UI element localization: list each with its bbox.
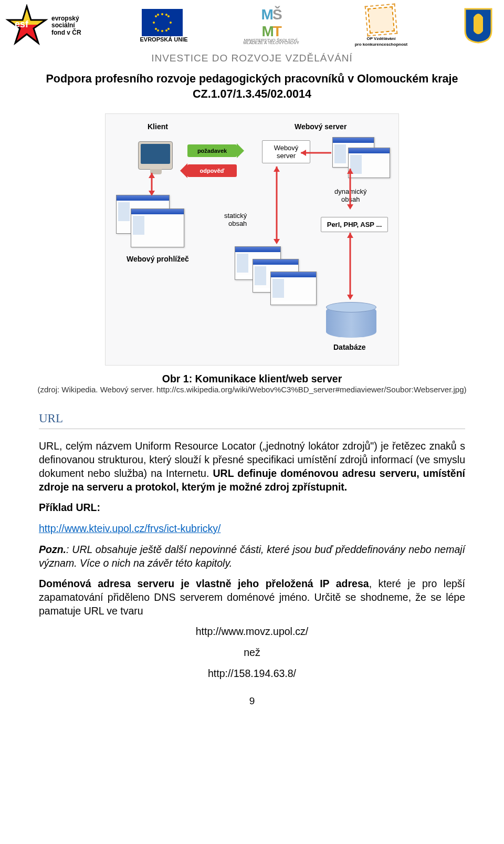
label-webovy-prohlizec: Webový prohlížeč <box>127 255 189 263</box>
paragraph-note: Pozn.: URL obsahuje ještě další nepovinn… <box>39 543 465 570</box>
svg-point-6 <box>153 22 155 24</box>
figure-caption: Obr 1: Komunikace klient/web server (zdr… <box>0 373 504 394</box>
esf-label: evropský sociální fond v ČR <box>51 15 81 36</box>
msmt-line2: MLÁDEŽE A TĚLOVÝCHOVY <box>243 40 299 45</box>
project-title-l1: Podpora profesního rozvoje pedagogických… <box>37 71 467 87</box>
esf-logo: esf evropský sociální fond v ČR <box>5 4 81 47</box>
svg-marker-29 <box>347 295 353 300</box>
content-area: URL URL, celým názvem Uniform Resource L… <box>0 395 504 681</box>
arrow-down-icon <box>347 233 353 301</box>
paragraph-domain-address: Doménová adresa serveru je vlastně jeho … <box>39 577 465 618</box>
label-staticky-obsah: statický obsah <box>224 212 247 227</box>
example-url-link[interactable]: http://www.kteiv.upol.cz/frvs/ict-kubric… <box>39 523 220 534</box>
caption-text: Komunikace klient/web server <box>195 373 342 384</box>
heading-url: URL <box>39 411 465 426</box>
client-server-diagram: Klient Webový server požadavek odpověď W… <box>105 113 399 366</box>
esf-line2: sociální <box>51 22 81 29</box>
msmt-logo: MŠMT MINISTERSTVO ŠKOLSTVÍ, MLÁDEŽE A TĚ… <box>243 6 299 45</box>
page-number: 9 <box>0 695 504 707</box>
diagram-label-webovy-server: Webový server <box>295 122 346 131</box>
svg-marker-20 <box>347 204 353 210</box>
svg-point-12 <box>165 14 167 16</box>
note-body: : URL obsahuje ještě další nepovinné čás… <box>39 544 465 569</box>
arrow-odpoved: odpověď <box>187 164 237 177</box>
browser-window-icon <box>131 209 184 247</box>
paragraph-example-label: Příklad URL: <box>39 501 465 515</box>
svg-point-9 <box>167 15 170 17</box>
svg-marker-26 <box>149 191 155 196</box>
svg-point-13 <box>157 14 159 16</box>
arrow-pozadavek-label: požadavek <box>197 148 227 154</box>
svg-marker-25 <box>149 173 155 178</box>
svg-marker-19 <box>347 169 353 174</box>
svg-point-15 <box>157 29 159 32</box>
svg-point-14 <box>165 29 167 32</box>
svg-text:esf: esf <box>15 19 29 29</box>
svg-point-11 <box>167 28 170 30</box>
file-window-icon <box>270 272 317 305</box>
project-title: Podpora profesního rozvoje pedagogických… <box>37 71 467 102</box>
svg-point-7 <box>170 22 172 24</box>
eu-logo: EVROPSKÁ UNIE <box>136 9 187 43</box>
arrow-odpoved-label: odpověď <box>200 168 224 174</box>
box-perl-php-asp: Perl, PHP, ASP ... <box>321 217 388 232</box>
opvk-line1: OP Vzdělávání <box>366 36 395 41</box>
esf-star-icon: esf <box>5 4 48 47</box>
caption-source: (zdroj: Wikipedia. Webový server. http:/… <box>0 385 504 394</box>
eu-label: EVROPSKÁ UNIE <box>140 36 187 43</box>
svg-marker-22 <box>274 166 280 172</box>
shield-icon <box>463 8 494 44</box>
svg-marker-23 <box>274 239 280 244</box>
divider <box>39 429 465 429</box>
msmt-letters-icon: MŠMT <box>261 6 281 40</box>
svg-point-5 <box>161 30 163 32</box>
svg-marker-28 <box>347 233 353 238</box>
monitor-icon <box>138 141 173 170</box>
opvk-square-icon <box>365 4 398 37</box>
shield-logo <box>463 8 494 44</box>
investice-heading: INVESTICE DO ROZVOJE VZDĚLÁVÁNÍ <box>0 53 504 64</box>
box-webovy-server-text: Webový server <box>274 144 299 160</box>
project-title-l2: CZ.1.07/1.3.45/02.0014 <box>37 87 467 102</box>
svg-point-10 <box>155 28 157 30</box>
arrow-down-icon <box>149 173 155 197</box>
paragraph-example-link: http://www.kteiv.upol.cz/frvs/ict-kubric… <box>39 522 465 536</box>
caption-prefix: Obr 1: <box>162 373 195 384</box>
arrow-connector-icon <box>301 142 338 184</box>
header-logo-row: esf evropský sociální fond v ČR <box>0 0 504 49</box>
document-page: esf evropský sociální fond v ČR <box>0 0 504 723</box>
eu-stars-icon <box>142 9 183 36</box>
caption-line1: Obr 1: Komunikace klient/web server <box>0 373 504 385</box>
arrow-down-icon <box>347 169 353 211</box>
centered-nez: než <box>39 646 465 660</box>
svg-marker-17 <box>301 150 306 156</box>
arrow-down-icon <box>274 166 280 245</box>
eu-flag-icon <box>142 9 183 36</box>
label-databaze: Databáze <box>333 343 365 351</box>
opvk-logo: OP Vzdělávání pro konkurenceschopnost <box>355 5 407 47</box>
server-window-icon <box>348 148 390 178</box>
esf-line3: fond v ČR <box>51 29 81 36</box>
database-icon <box>326 305 376 338</box>
diagram-label-klient: Klient <box>148 122 168 131</box>
arrow-pozadavek: požadavek <box>187 144 237 157</box>
svg-point-8 <box>155 15 157 17</box>
p5-a: Doménová adresa serveru je vlastně jeho … <box>39 578 369 589</box>
svg-point-4 <box>161 13 163 15</box>
opvk-line2: pro konkurenceschopnost <box>355 42 407 47</box>
centered-url1: http://www.movz.upol.cz/ <box>39 625 465 639</box>
note-prefix: Pozn. <box>39 544 66 555</box>
paragraph-url-definition: URL, celým názvem Uniform Resource Locat… <box>39 440 465 494</box>
centered-url2: http://158.194.63.8/ <box>39 667 465 681</box>
